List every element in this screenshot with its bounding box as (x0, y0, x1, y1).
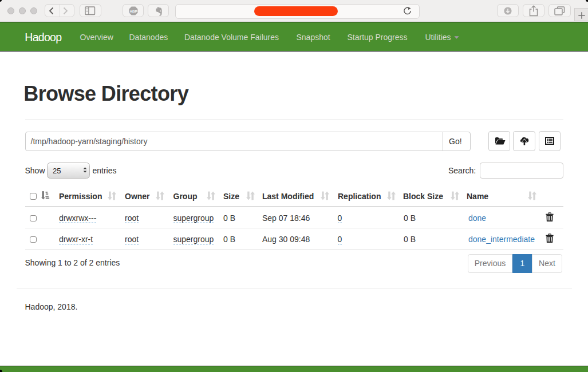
svg-text:ABP: ABP (129, 9, 137, 13)
